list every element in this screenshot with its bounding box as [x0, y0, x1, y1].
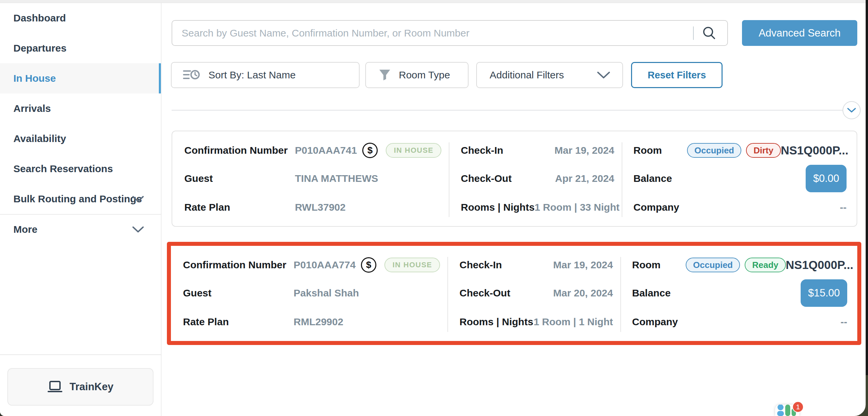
company-value: -- — [840, 202, 846, 213]
collapse-toggle[interactable] — [842, 101, 861, 119]
sort-icon — [183, 68, 200, 82]
sort-by-label: Sort By: Last Name — [209, 69, 296, 81]
laptop-icon — [48, 381, 62, 393]
sidebar-item-in-house[interactable]: In House — [0, 63, 161, 93]
sidebar-item-more[interactable]: More — [0, 214, 161, 244]
sidebar-divider — [0, 354, 161, 355]
in-house-status-badge: IN HOUSE — [384, 258, 440, 272]
card-guest-section: Confirmation Number P010AAA741 $ IN HOUS… — [172, 131, 449, 226]
card-room-section: Room Occupied Dirty NS1Q000P... Balance … — [622, 131, 857, 226]
check-in-label: Check-In — [460, 259, 502, 270]
chevron-down-icon — [847, 107, 856, 113]
sidebar-item-label: Search Reservations — [13, 163, 113, 174]
highlight-frame: Confirmation Number P010AAA774 $ IN HOUS… — [167, 242, 861, 345]
card-guest-section: Confirmation Number P010AAA774 $ IN HOUS… — [171, 246, 447, 341]
trainkey-label: TrainKey — [70, 381, 114, 393]
window-top-edge — [0, 0, 866, 3]
folio-dollar-icon[interactable]: $ — [361, 257, 376, 273]
rate-plan-label: Rate Plan — [184, 202, 295, 213]
card-stay-section: Check-In Mar 19, 2024 Check-Out Mar 20, … — [447, 246, 620, 341]
search-divider — [693, 27, 694, 40]
sidebar-item-label: Arrivals — [13, 103, 51, 114]
sidebar-item-label: Availability — [13, 133, 66, 145]
sidebar-item-label: Departures — [13, 42, 66, 54]
rooms-nights-value: 1 Room | 33 Night — [534, 202, 619, 213]
sidebar-item-label: Bulk Routing and Postings — [13, 193, 142, 205]
sidebar-item-bulk-routing[interactable]: Bulk Routing and Postings — [0, 184, 161, 214]
confirmation-number-label: Confirmation Number — [184, 145, 295, 156]
rooms-nights-label: Rooms | Nights — [460, 316, 533, 327]
reservation-card[interactable]: Confirmation Number P010AAA741 $ IN HOUS… — [172, 131, 857, 227]
housekeeping-status-pill: Dirty — [746, 143, 780, 158]
chevron-down-icon — [597, 71, 610, 79]
company-label: Company — [632, 316, 686, 327]
occupancy-status-pill: Occupied — [686, 258, 740, 272]
rooms-nights-value: 1 Room | 1 Night — [533, 316, 613, 327]
trainkey-button[interactable]: TrainKey — [7, 368, 154, 406]
card-stay-section: Check-In Mar 19, 2024 Check-Out Apr 21, … — [449, 131, 622, 226]
reservation-card-highlighted[interactable]: Confirmation Number P010AAA774 $ IN HOUS… — [171, 246, 857, 341]
rate-plan-label: Rate Plan — [183, 316, 293, 327]
guest-name-value: Pakshal Shah — [293, 287, 359, 299]
filter-funnel-icon — [379, 69, 391, 81]
sidebar-item-label: More — [13, 224, 37, 235]
advanced-search-button[interactable]: Advanced Search — [742, 20, 857, 46]
confirmation-number-value: P010AAA741 — [295, 145, 357, 156]
balance-button[interactable]: $15.00 — [801, 279, 847, 307]
sidebar: Dashboard Departures In House Arrivals A… — [0, 3, 161, 416]
reset-filters-button[interactable]: Reset Filters — [631, 62, 722, 88]
rate-plan-value: RML29902 — [293, 316, 343, 327]
reset-filters-label: Reset Filters — [648, 70, 706, 81]
room-label: Room — [632, 259, 686, 270]
check-out-value: Mar 20, 2024 — [553, 287, 613, 299]
check-in-value: Mar 19, 2024 — [555, 145, 614, 156]
company-value: -- — [840, 316, 847, 327]
balance-label: Balance — [632, 287, 686, 299]
check-out-value: Apr 21, 2024 — [555, 173, 614, 184]
check-out-label: Check-Out — [461, 173, 512, 184]
search-input[interactable] — [172, 20, 728, 46]
in-house-status-badge: IN HOUSE — [386, 143, 441, 158]
notification-badge: 1 — [792, 401, 804, 413]
search-bar — [172, 20, 728, 46]
sidebar-item-availability[interactable]: Availability — [0, 124, 161, 154]
sidebar-item-label: In House — [13, 73, 56, 84]
room-type-button[interactable]: Room Type — [365, 62, 468, 88]
app-window: Dashboard Departures In House Arrivals A… — [0, 0, 866, 416]
room-type-label: Room Type — [399, 69, 450, 81]
room-label: Room — [633, 145, 687, 156]
occupancy-status-pill: Occupied — [687, 143, 741, 158]
confirmation-number-value: P010AAA774 — [293, 259, 355, 270]
sidebar-item-arrivals[interactable]: Arrivals — [0, 93, 161, 124]
check-out-label: Check-Out — [460, 287, 510, 299]
sidebar-item-search-reservations[interactable]: Search Reservations — [0, 154, 161, 184]
balance-label: Balance — [633, 173, 687, 184]
section-divider — [172, 110, 843, 110]
rate-plan-value: RWL37902 — [295, 202, 345, 213]
guest-label: Guest — [183, 287, 293, 299]
balance-button[interactable]: $0.00 — [806, 165, 846, 192]
card-room-section: Room Occupied Ready NS1Q000P... Balance … — [620, 246, 857, 341]
chevron-down-icon — [132, 226, 144, 233]
check-in-value: Mar 19, 2024 — [553, 259, 613, 270]
sidebar-item-dashboard[interactable]: Dashboard — [0, 3, 161, 33]
chevron-down-icon — [132, 195, 144, 203]
company-label: Company — [633, 202, 687, 213]
app-root: Dashboard Departures In House Arrivals A… — [0, 0, 868, 416]
sidebar-item-departures[interactable]: Departures — [0, 33, 161, 63]
additional-filters-dropdown[interactable]: Additional Filters — [476, 62, 623, 88]
search-icon[interactable] — [702, 26, 716, 40]
sort-by-button[interactable]: Sort By: Last Name — [171, 62, 360, 88]
guest-name-value: TINA MATTHEWS — [295, 173, 378, 184]
housekeeping-status-pill: Ready — [745, 258, 785, 272]
guest-label: Guest — [184, 173, 295, 184]
folio-dollar-icon[interactable]: $ — [362, 143, 378, 158]
additional-filters-label: Additional Filters — [490, 69, 564, 81]
confirmation-number-label: Confirmation Number — [183, 259, 293, 270]
rooms-nights-label: Rooms | Nights — [461, 202, 534, 213]
room-number-value: NS1Q000P... — [781, 144, 848, 157]
check-in-label: Check-In — [461, 145, 503, 156]
sidebar-item-label: Dashboard — [13, 12, 66, 24]
room-number-value: NS1Q000P... — [786, 258, 854, 271]
